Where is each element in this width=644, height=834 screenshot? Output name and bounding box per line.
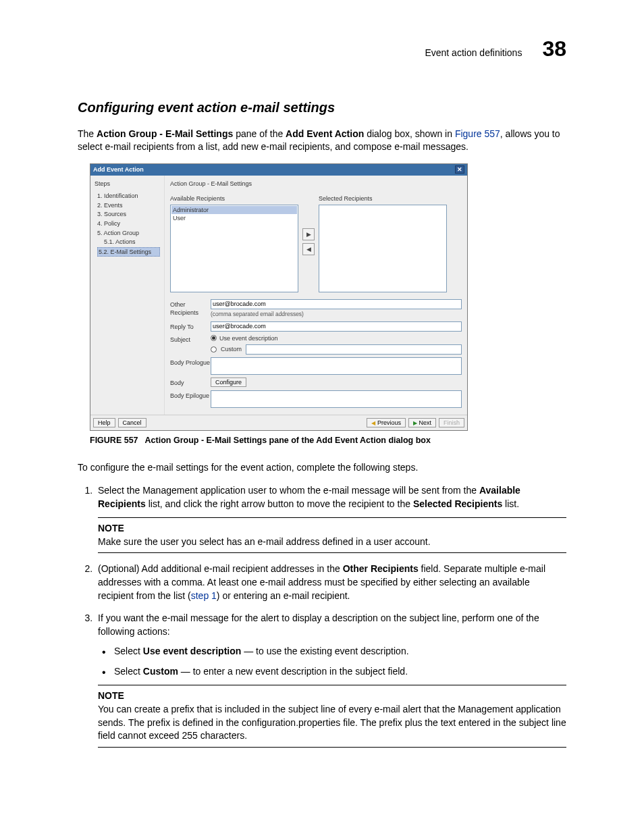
dialog-titlebar: Add Event Action ✕ [90,164,467,176]
other-recipients-hint: (comma separated email addresses) [211,311,462,319]
reply-to-input[interactable] [211,321,462,332]
pane-title: Action Group - E-Mail Settings [170,180,462,188]
note-block: NOTE You can create a prefix that is inc… [98,685,566,747]
step-1: Select the Management application user t… [95,484,566,553]
selected-recipients-list[interactable] [319,205,447,292]
body-label: Body [170,377,211,388]
subject-label: Subject [170,334,211,344]
step-2: (Optional) Add additional e-mail recipie… [95,563,566,602]
step-policy[interactable]: 4. Policy [97,219,160,228]
body-prologue-label: Body Prologue [170,357,211,367]
section-heading: Configuring event action e-mail settings [78,98,566,117]
instruction-paragraph: To configure the e-mail settings for the… [78,461,566,475]
cancel-button[interactable]: Cancel [118,418,146,427]
note-text: Make sure the user you select has an e-m… [98,536,566,549]
close-icon[interactable]: ✕ [455,165,464,174]
figure-caption: FIGURE 557Action Group - E-Mail Settings… [90,435,566,447]
note-label: NOTE [98,689,566,703]
available-recipients-list[interactable]: Administrator User [170,205,298,292]
dialog-add-event-action: Add Event Action ✕ Steps 1. Identificati… [90,163,468,431]
note-label: NOTE [98,522,566,536]
figure-link[interactable]: Figure 557 [455,128,500,139]
chapter-number: 38 [542,34,566,64]
body-prologue-input[interactable] [211,357,462,375]
bullet-item: Select Use event description — to use th… [114,645,566,658]
step-sources[interactable]: 3. Sources [97,210,160,219]
page-header: Event action definitions 38 [78,34,566,64]
other-recipients-input[interactable] [211,299,462,309]
body-epilogue-input[interactable] [211,390,462,408]
available-recipients-label: Available Recipients [170,194,298,203]
step-link[interactable]: step 1 [191,590,217,601]
radio-label: Use event description [219,334,278,343]
note-block: NOTE Make sure the user you select has a… [98,517,566,553]
configure-button[interactable]: Configure [211,377,246,387]
step-action-group[interactable]: 5. Action Group [97,229,160,238]
step-actions[interactable]: 5.1. Actions [97,238,160,246]
move-right-button[interactable]: ▶ [302,228,315,240]
step-3: If you want the e-mail message for the a… [95,612,566,748]
steps-label: Steps [95,180,160,188]
move-left-button[interactable]: ◀ [302,243,315,255]
intro-paragraph: The Action Group - E-Mail Settings pane … [78,128,566,154]
step-email-settings[interactable]: 5.2. E-Mail Settings [97,247,160,257]
radio-custom[interactable] [211,346,217,353]
steps-list: Select the Management application user t… [78,484,566,748]
radio-use-event-description[interactable] [211,335,217,341]
steps-sidebar: Steps 1. Identification 2. Events 3. Sou… [90,176,165,415]
body-epilogue-label: Body Epilogue [170,390,211,400]
header-title: Event action definitions [425,47,522,60]
list-item[interactable]: Administrator [171,206,297,215]
radio-label: Custom [221,345,242,354]
dialog-title: Add Event Action [93,165,144,174]
other-recipients-label: Other Recipients [170,299,211,317]
selected-recipients-label: Selected Recipients [319,194,447,203]
help-button[interactable]: Help [93,418,115,427]
previous-button[interactable]: ◀ Previous [367,418,406,427]
reply-to-label: Reply To [170,321,211,332]
step-identification[interactable]: 1. Identification [97,192,160,201]
bullet-item: Select Custom — to enter a new event des… [114,665,566,679]
step-events[interactable]: 2. Events [97,201,160,210]
list-item[interactable]: User [171,214,297,223]
note-text: You can create a prefix that is included… [98,703,566,743]
next-button[interactable]: ▶ Next [408,418,436,427]
custom-subject-input[interactable] [246,344,462,355]
finish-button: Finish [439,418,464,427]
